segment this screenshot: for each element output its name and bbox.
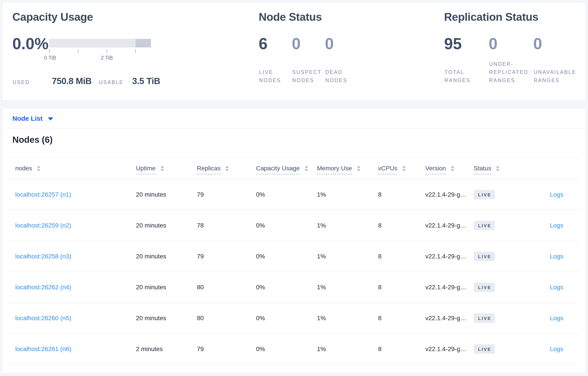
sort-icon: [496, 166, 500, 171]
replicas-cell: 80: [197, 315, 204, 322]
capacity-usage-title: Capacity Usage: [12, 11, 93, 23]
column-label: vCPUs: [378, 165, 397, 174]
node-list-dropdown-label: Node List: [12, 115, 42, 122]
uptime-cell: 2 minutes: [136, 345, 163, 353]
column-label: Memory Use: [317, 165, 352, 174]
table-row: localhost:26257 (n1) 20 minutes 79 0% 1%…: [8, 179, 580, 210]
capacity-axis-tick: [78, 49, 78, 53]
status-cell: LIVE: [474, 190, 495, 199]
under-replicated-ranges-metric: 0 UNDER-REPLICATED RANGES: [489, 36, 529, 84]
capacity-cell: 0%: [256, 253, 265, 260]
total-ranges-label: TOTAL RANGES: [444, 68, 477, 84]
memory-cell: 1%: [317, 253, 326, 260]
table-row: localhost:26261 (n6) 2 minutes 79 0% 1% …: [8, 334, 580, 365]
uptime-cell: 20 minutes: [136, 315, 166, 322]
dead-nodes-count: 0: [325, 36, 354, 52]
table-row: localhost:26262 (n4) 20 minutes 80 0% 1%…: [8, 272, 580, 303]
uptime-cell: 20 minutes: [136, 253, 166, 260]
usable-label: USABLE: [99, 78, 124, 86]
cluster-overview-page: { "summary": { "capacity": { "title": "C…: [0, 0, 588, 376]
column-header-capacity-usage[interactable]: Capacity Usage: [256, 165, 308, 172]
logs-link[interactable]: Logs: [550, 222, 563, 229]
column-header-replicas[interactable]: Replicas: [197, 165, 229, 172]
capacity-cell: 0%: [256, 345, 265, 353]
version-cell: v22.1.4-29-g…: [425, 315, 466, 322]
logs-link[interactable]: Logs: [550, 253, 563, 260]
suspect-nodes-count: 0: [292, 36, 323, 52]
column-header-vcpus[interactable]: vCPUs: [378, 165, 406, 172]
uptime-cell: 20 minutes: [136, 222, 166, 229]
node-link[interactable]: localhost:26260 (n5): [15, 315, 71, 322]
column-header-uptime[interactable]: Uptime: [136, 165, 164, 172]
capacity-tick-label-0: 0 TiB: [44, 55, 56, 61]
replicas-cell: 79: [197, 191, 204, 198]
memory-cell: 1%: [317, 315, 326, 322]
replicas-cell: 79: [197, 253, 204, 260]
node-link[interactable]: localhost:26258 (n3): [15, 253, 71, 260]
dead-nodes-metric: 0 DEAD NODES: [325, 36, 354, 84]
node-link[interactable]: localhost:26262 (n4): [15, 284, 71, 291]
capacity-axis-tick: [107, 49, 107, 53]
under-replicated-ranges-count: 0: [489, 36, 529, 52]
vcpus-cell: 8: [378, 284, 382, 291]
sort-icon: [402, 166, 406, 171]
status-cell: LIVE: [474, 251, 495, 261]
logs-link[interactable]: Logs: [550, 315, 563, 322]
capacity-stats: USED 750.8 MiB USABLE 3.5 TiB: [13, 76, 160, 86]
vcpus-cell: 8: [378, 222, 382, 229]
replicas-cell: 78: [197, 222, 204, 229]
memory-cell: 1%: [317, 345, 326, 353]
status-badge: LIVE: [474, 190, 495, 199]
column-header-version[interactable]: Version: [425, 165, 454, 172]
node-link[interactable]: localhost:26261 (n6): [15, 345, 71, 353]
live-nodes-count: 6: [259, 36, 287, 52]
table-header-row: nodes Uptime Replicas Capacity Usage Mem…: [8, 158, 580, 179]
sort-icon: [451, 166, 454, 171]
sort-icon: [160, 166, 164, 171]
status-badge: LIVE: [474, 344, 495, 354]
sort-icon: [304, 166, 308, 171]
suspect-nodes-metric: 0 SUSPECT NODES: [292, 36, 323, 84]
table-row: localhost:26258 (n3) 20 minutes 79 0% 1%…: [8, 241, 580, 272]
caret-down-icon: [48, 117, 53, 120]
status-badge: LIVE: [474, 282, 495, 292]
usable-value: 3.5 TiB: [132, 76, 160, 86]
column-header-nodes[interactable]: nodes: [15, 165, 40, 172]
dead-nodes-label: DEAD NODES: [325, 68, 354, 84]
capacity-bar-dark-segment: [136, 39, 151, 47]
memory-cell: 1%: [317, 191, 326, 198]
status-cell: LIVE: [474, 313, 495, 323]
node-list-dropdown[interactable]: Node List: [12, 108, 53, 129]
capacity-usage-bar: [49, 39, 151, 47]
column-header-memory-use[interactable]: Memory Use: [317, 165, 360, 172]
status-cell: LIVE: [474, 344, 495, 354]
memory-cell: 1%: [317, 284, 326, 291]
column-header-status[interactable]: Status: [474, 165, 500, 172]
status-cell: LIVE: [474, 282, 495, 292]
under-replicated-ranges-label: UNDER-REPLICATED RANGES: [489, 60, 529, 84]
column-label: Uptime: [136, 165, 156, 174]
cluster-summary-panel: Capacity Usage 0.0% 0 TiB 2 TiB USED 750…: [2, 2, 586, 101]
uptime-cell: 20 minutes: [136, 191, 166, 198]
sort-icon: [357, 166, 360, 171]
logs-link[interactable]: Logs: [550, 191, 563, 198]
used-label: USED: [13, 78, 30, 86]
capacity-cell: 0%: [256, 191, 265, 198]
node-link[interactable]: localhost:26257 (n1): [15, 191, 71, 198]
replicas-cell: 79: [197, 345, 204, 353]
version-cell: v22.1.4-29-g…: [425, 191, 466, 198]
status-badge: LIVE: [474, 221, 495, 230]
node-link[interactable]: localhost:26259 (n2): [15, 222, 71, 229]
capacity-axis-tick: [49, 49, 50, 53]
status-cell: LIVE: [474, 221, 495, 230]
nodes-table: nodes Uptime Replicas Capacity Usage Mem…: [8, 157, 580, 365]
total-ranges-count: 95: [444, 36, 477, 52]
logs-link[interactable]: Logs: [550, 345, 563, 353]
live-nodes-metric: 6 LIVE NODES: [259, 36, 287, 84]
node-status-title: Node Status: [259, 11, 322, 23]
nodes-section-title: Nodes (6): [12, 135, 52, 145]
column-label: Capacity Usage: [256, 165, 300, 174]
column-label: Status: [474, 165, 491, 174]
logs-link[interactable]: Logs: [550, 284, 563, 291]
capacity-cell: 0%: [256, 284, 265, 291]
